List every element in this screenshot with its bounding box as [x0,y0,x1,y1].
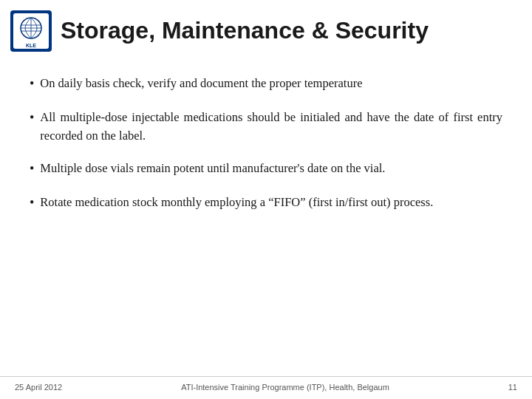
slide-title: Storage, Maintenance & Security [61,18,429,44]
bullet-list: • On daily basis check, verify and docum… [30,74,502,214]
list-item: • On daily basis check, verify and docum… [30,74,502,95]
list-item: • Multiple dose vials remain potent unti… [30,159,502,180]
footer-page: 11 [508,383,517,392]
list-item: • All multiple-dose injectable medicatio… [30,108,502,146]
slide-header: KLE Storage, Maintenance & Security [0,0,532,59]
bullet-text-1: On daily basis check, verify and documen… [40,74,502,93]
footer-title: ATI-Intensive Training Programme (ITP), … [62,383,508,392]
bullet-text-3: Multiple dose vials remain potent until … [40,159,502,178]
bullet-icon: • [30,108,34,129]
bullet-text-4: Rotate medication stock monthly employin… [40,193,502,212]
logo: KLE [9,9,53,53]
slide: KLE Storage, Maintenance & Security • On… [0,0,532,399]
bullet-icon: • [30,193,34,214]
slide-content: • On daily basis check, verify and docum… [0,59,532,376]
bullet-icon: • [30,159,34,180]
bullet-text-2: All multiple-dose injectable medications… [40,108,502,146]
bullet-icon: • [30,74,34,95]
slide-footer: 25 April 2012 ATI-Intensive Training Pro… [0,376,532,399]
list-item: • Rotate medication stock monthly employ… [30,193,502,214]
svg-text:KLE: KLE [26,43,36,48]
footer-date: 25 April 2012 [15,383,62,392]
